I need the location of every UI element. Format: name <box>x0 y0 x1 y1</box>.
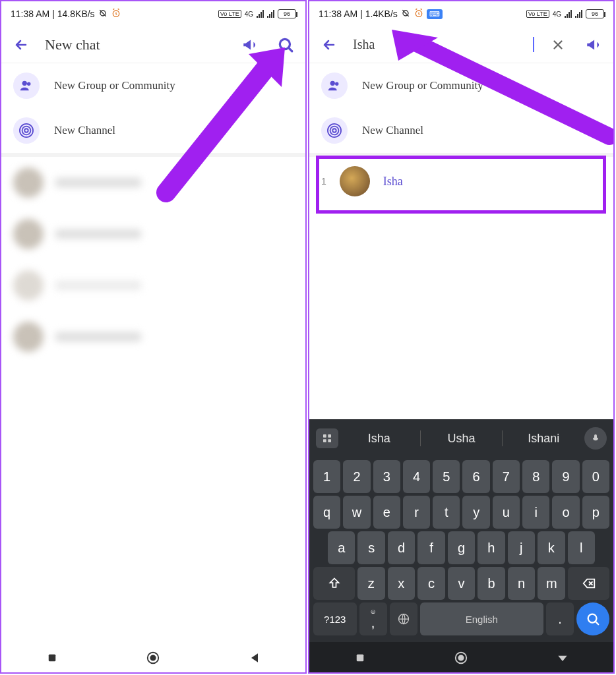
megaphone-icon[interactable] <box>582 33 605 57</box>
new-group-item[interactable]: New Group or Community <box>1 63 305 108</box>
dot-key[interactable]: . <box>546 602 574 635</box>
back-button[interactable] <box>9 33 33 57</box>
key-g[interactable]: g <box>448 531 475 564</box>
key-e[interactable]: e <box>373 496 400 529</box>
nav-home[interactable] <box>144 649 162 667</box>
suggestion-2[interactable]: Usha <box>423 432 500 446</box>
key-h[interactable]: h <box>477 531 505 564</box>
channel-icon <box>13 117 40 144</box>
key-8[interactable]: 8 <box>522 460 549 493</box>
key-p[interactable]: p <box>582 496 609 529</box>
signal-icon <box>565 10 572 18</box>
key-3[interactable]: 3 <box>373 460 400 493</box>
status-bar: 11:38 AM | 1.4KB/s ⌨ Vo LTE 4G 96 <box>309 1 613 26</box>
status-bar: 11:38 AM | 14.8KB/s Vo LTE 4G 96 <box>1 1 305 26</box>
search-result-item[interactable]: 1 Isha <box>309 157 613 206</box>
nav-recent[interactable] <box>351 649 369 667</box>
new-channel-label: New Channel <box>362 124 423 137</box>
key-0[interactable]: 0 <box>582 460 609 493</box>
key-6[interactable]: 6 <box>462 460 489 493</box>
key-r[interactable]: r <box>403 496 430 529</box>
key-v[interactable]: v <box>448 567 476 600</box>
search-icon[interactable] <box>274 33 297 57</box>
svg-rect-18 <box>323 434 326 438</box>
key-j[interactable]: j <box>508 531 535 564</box>
new-channel-item[interactable]: New Channel <box>309 108 613 153</box>
channel-icon <box>321 117 348 144</box>
key-a[interactable]: a <box>328 531 355 564</box>
key-x[interactable]: x <box>388 567 416 600</box>
back-button[interactable] <box>317 33 341 57</box>
new-group-label: New Group or Community <box>362 79 483 92</box>
megaphone-icon[interactable] <box>238 33 262 57</box>
key-9[interactable]: 9 <box>552 460 579 493</box>
key-q[interactable]: q <box>313 496 340 529</box>
svg-rect-8 <box>49 654 56 661</box>
key-2[interactable]: 2 <box>343 460 370 493</box>
key-z[interactable]: z <box>357 567 385 600</box>
signal-icon-2 <box>575 10 582 18</box>
mic-icon[interactable] <box>584 427 607 450</box>
nav-home[interactable] <box>452 649 470 667</box>
nav-keyboard-down[interactable] <box>553 649 572 667</box>
keyboard-indicator-icon: ⌨ <box>427 9 443 19</box>
key-f[interactable]: f <box>417 531 445 564</box>
key-7[interactable]: 7 <box>493 460 520 493</box>
group-icon <box>13 73 40 99</box>
key-s[interactable]: s <box>357 531 385 564</box>
nav-bar <box>1 642 305 672</box>
globe-key[interactable] <box>390 602 417 635</box>
suggestion-1[interactable]: Isha <box>341 432 417 446</box>
svg-point-10 <box>151 655 156 660</box>
phone-right: 11:38 AM | 1.4KB/s ⌨ Vo LTE 4G 96 <box>308 0 615 674</box>
status-time: 11:38 AM <box>11 9 49 19</box>
search-key[interactable] <box>576 602 609 635</box>
network-label: 4G <box>553 11 561 18</box>
mute-icon <box>400 8 411 20</box>
key-1[interactable]: 1 <box>313 460 340 493</box>
key-k[interactable]: k <box>538 531 565 564</box>
nav-back[interactable] <box>245 649 264 667</box>
comma-key[interactable]: ☺ , <box>359 602 387 635</box>
key-i[interactable]: i <box>522 496 549 529</box>
key-m[interactable]: m <box>538 567 565 600</box>
key-l[interactable]: l <box>568 531 595 564</box>
alarm-icon <box>414 8 424 20</box>
key-o[interactable]: o <box>552 496 579 529</box>
app-header: New chat <box>1 26 305 63</box>
key-row-1: 1234567890 <box>313 460 609 493</box>
signal-icon-2 <box>267 10 274 18</box>
clear-icon[interactable] <box>546 33 570 57</box>
space-key[interactable]: English <box>420 602 543 635</box>
key-w[interactable]: w <box>343 496 370 529</box>
search-input[interactable] <box>353 37 534 52</box>
new-channel-item[interactable]: New Channel <box>1 108 305 153</box>
key-row-2: qwertyuiop <box>313 496 609 529</box>
key-d[interactable]: d <box>388 531 415 564</box>
key-u[interactable]: u <box>493 496 520 529</box>
keyboard-tile-icon[interactable] <box>316 428 338 448</box>
contact-row-blurred <box>1 260 305 311</box>
volte-icon: Vo LTE <box>218 10 241 18</box>
backspace-key[interactable] <box>568 567 609 600</box>
network-label: 4G <box>245 11 253 18</box>
shift-key[interactable] <box>313 567 355 600</box>
key-t[interactable]: t <box>433 496 460 529</box>
svg-point-5 <box>24 129 28 132</box>
contact-row-blurred <box>1 157 305 208</box>
nav-recent[interactable] <box>43 649 61 667</box>
key-n[interactable]: n <box>508 567 536 600</box>
key-b[interactable]: b <box>477 567 505 600</box>
suggestion-3[interactable]: Ishani <box>505 432 582 446</box>
key-5[interactable]: 5 <box>433 460 460 493</box>
contact-row-blurred <box>1 311 305 363</box>
svg-rect-20 <box>323 439 326 442</box>
key-y[interactable]: y <box>462 496 489 529</box>
key-c[interactable]: c <box>417 567 445 600</box>
svg-point-14 <box>335 82 339 86</box>
new-group-item[interactable]: New Group or Community <box>309 63 613 108</box>
new-channel-label: New Channel <box>54 124 115 137</box>
key-4[interactable]: 4 <box>403 460 430 493</box>
battery-icon: 96 <box>278 9 296 18</box>
symbols-key[interactable]: ?123 <box>313 602 357 635</box>
